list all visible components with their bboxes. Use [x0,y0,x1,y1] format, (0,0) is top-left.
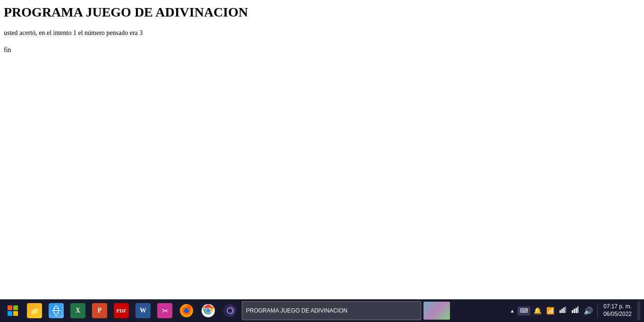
taskbar-pdf[interactable]: PDF [111,300,132,321]
svg-rect-22 [576,308,577,313]
excel-icon: X [70,303,85,318]
taskbar-file-explorer[interactable]: 📁 [24,300,45,321]
taskbar-firefox[interactable] [176,300,197,321]
powerpoint-icon: P [92,303,107,318]
taskbar-bg-image[interactable] [423,300,451,321]
network-icon[interactable] [570,305,580,316]
taskbar-internet-explorer[interactable] [46,300,67,321]
taskbar-snipping[interactable]: ✂ [154,300,175,321]
show-desktop-button[interactable] [637,301,640,320]
svg-rect-20 [572,310,573,313]
internet-explorer-icon [49,303,64,318]
svg-rect-16 [559,310,561,313]
page-title: PROGRAMA JUEGO DE ADIVINACION [4,5,640,20]
svg-rect-19 [565,306,566,313]
system-tray: ▲ ⌨ 🔔 📶 🔊 [509,301,642,320]
svg-point-14 [225,306,232,315]
taskbar: 📁 X P PDF W ✂ [0,299,644,322]
clock-date: 06/05/2022 [603,311,632,318]
start-button[interactable] [2,300,23,321]
windows-logo-icon [8,305,18,316]
notifications-icon[interactable]: 🔔 [532,306,543,316]
show-hidden-icons-button[interactable]: ▲ [509,307,516,314]
svg-rect-21 [574,309,575,313]
keyboard-layout-icon[interactable]: ⌨ [517,306,530,315]
active-window-label: PROGRAMA JUEGO DE ADIVINACION [246,307,347,314]
file-explorer-icon: 📁 [27,303,42,318]
result-text: usted acertó, en el intento 1 el número … [4,29,640,37]
main-content: PROGRAMA JUEGO DE ADIVINACION usted acer… [0,0,644,299]
taskbar-powerpoint[interactable]: P [89,300,110,321]
taskbar-excel[interactable]: X [68,300,88,321]
svg-rect-23 [577,306,578,313]
svg-point-11 [206,309,211,313]
eclipse-icon [222,303,237,318]
cellular-icon[interactable] [558,305,568,316]
tray-separator [597,304,598,318]
svg-rect-18 [563,307,565,313]
active-window-button[interactable]: PROGRAMA JUEGO DE ADIVINACION [242,301,421,320]
network-signal-icon[interactable]: 📶 [545,306,556,316]
firefox-icon [179,303,194,318]
clock-time: 07:17 p. m. [603,303,632,311]
volume-icon[interactable]: 🔊 [582,305,594,316]
chrome-icon [201,303,216,318]
taskbar-word[interactable]: W [133,300,153,321]
svg-rect-17 [561,309,563,313]
system-clock[interactable]: 07:17 p. m. 06/05/2022 [601,303,635,318]
taskbar-eclipse[interactable] [220,300,240,321]
fin-text: fin [4,46,640,54]
pdf-icon: PDF [114,303,129,318]
scissors-icon: ✂ [157,303,172,318]
word-icon: W [136,303,151,318]
taskbar-chrome[interactable] [198,300,219,321]
bg-image-preview [424,302,450,320]
